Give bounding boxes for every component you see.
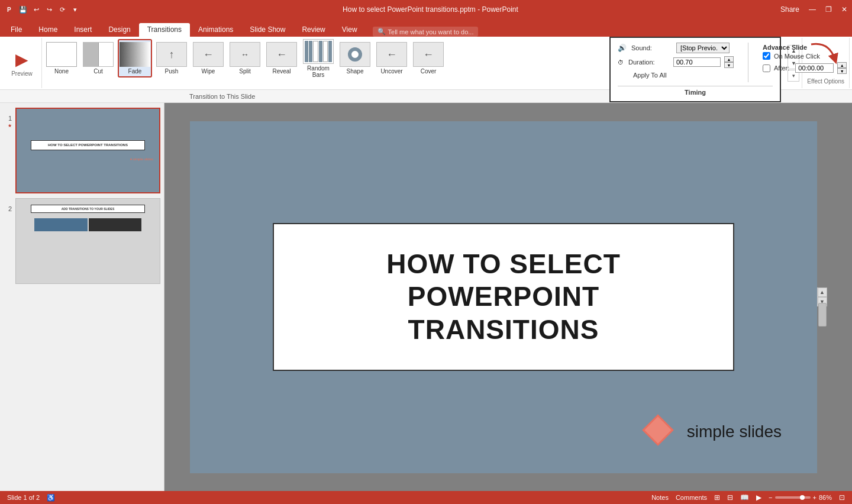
- split-icon: ↔: [230, 42, 260, 67]
- slide2-content: ADD TRANSITIONS TO YOUR SLIDES: [16, 199, 160, 283]
- preview-button[interactable]: ▶ Preview: [7, 43, 37, 84]
- zoom-out-button[interactable]: −: [769, 494, 772, 501]
- slide-thumb-2: 2 ADD TRANSITIONS TO YOUR SLIDES: [4, 198, 160, 284]
- main-layout: 1 ★ HOW TO SELECT POWERPOINT TRANSITIONS…: [0, 103, 852, 491]
- timing-divider: [748, 43, 748, 82]
- preview-label: Preview: [11, 70, 33, 77]
- status-left: Slide 1 of 2 ♿: [7, 494, 55, 502]
- transition-uncover[interactable]: ← Uncover: [375, 40, 409, 76]
- slideshow-icon[interactable]: ▶: [756, 493, 761, 502]
- slide2-title-text: ADD TRANSITIONS TO YOUR SLIDES: [62, 207, 115, 211]
- zoom-in-button[interactable]: +: [813, 494, 816, 501]
- reveal-label: Reveal: [272, 68, 291, 75]
- after-up-button[interactable]: ▲: [837, 62, 847, 68]
- title-bar: P 💾 ↩ ↪ ⟳ ▾ How to select PowerPoint tra…: [0, 0, 852, 19]
- undo-icon[interactable]: ↩: [31, 4, 41, 15]
- sound-select[interactable]: [Stop Previo...: [676, 43, 730, 53]
- ribbon-group-preview: ▶ Preview: [2, 38, 42, 88]
- wipe-icon: ←: [193, 42, 224, 67]
- transition-split[interactable]: ↔ Split: [228, 40, 262, 76]
- title-bar-left: P 💾 ↩ ↪ ⟳ ▾: [5, 4, 80, 15]
- transition-random-bars[interactable]: Random Bars: [301, 38, 335, 80]
- slide2-number: 2: [4, 202, 12, 212]
- slide-canvas: HOW TO SELECT POWERPOINTTRANSITIONS simp…: [190, 121, 817, 473]
- transition-none[interactable]: None: [44, 40, 79, 76]
- tab-insert[interactable]: Insert: [66, 23, 100, 37]
- slide-info-text: Slide 1 of 2: [7, 494, 40, 502]
- tab-file[interactable]: File: [2, 23, 30, 37]
- quick-access-toolbar: P 💾 ↩ ↪ ⟳ ▾: [5, 4, 80, 15]
- duration-row: ⏱ Duration: ▲ ▼: [618, 56, 734, 68]
- scrollbar-up-button[interactable]: ▲: [818, 287, 827, 297]
- window-controls: Share — ❐ ✕: [780, 5, 847, 14]
- push-icon: ↑: [156, 42, 187, 67]
- transition-shape[interactable]: Shape: [338, 40, 372, 76]
- normal-view-icon[interactable]: ⊞: [714, 493, 720, 502]
- notes-button[interactable]: Notes: [651, 494, 669, 501]
- tab-home[interactable]: Home: [30, 23, 66, 37]
- cover-icon: ←: [413, 42, 444, 67]
- minimize-button[interactable]: —: [809, 5, 816, 14]
- after-label: After:: [774, 64, 789, 72]
- after-checkbox[interactable]: [763, 64, 770, 72]
- shape-icon: [340, 42, 370, 67]
- zoom-thumb: [800, 495, 805, 500]
- slide2-img1: [34, 218, 88, 231]
- cut-icon: [83, 42, 114, 67]
- slide2-title-box: ADD TRANSITIONS TO YOUR SLIDES: [31, 205, 145, 213]
- auto-save-icon[interactable]: ⟳: [57, 4, 67, 15]
- apply-all-row: Apply To All: [618, 71, 734, 79]
- transition-wipe[interactable]: ← Wipe: [191, 40, 225, 76]
- transition-reveal[interactable]: ← Reveal: [264, 40, 299, 76]
- tab-animations[interactable]: Animations: [190, 23, 241, 37]
- search-icon: 🔍: [377, 28, 386, 35]
- more-qat-icon[interactable]: ▾: [70, 4, 80, 15]
- after-input[interactable]: [795, 63, 834, 73]
- share-button[interactable]: Share: [780, 5, 799, 14]
- tab-slideshow[interactable]: Slide Show: [241, 23, 293, 37]
- save-icon[interactable]: 💾: [18, 4, 28, 15]
- timing-right: Advance Slide On Mouse Click After: ▲ ▼: [763, 43, 847, 82]
- transition-cut[interactable]: Cut: [81, 40, 115, 76]
- scrollbar-thumb[interactable]: [818, 303, 827, 327]
- transition-push[interactable]: ↑ Push: [154, 40, 189, 76]
- slide-title-text: HOW TO SELECT POWERPOINTTRANSITIONS: [292, 248, 715, 346]
- slide1-thumbnail[interactable]: HOW TO SELECT POWERPOINT TRANSITIONS ♦ s…: [15, 108, 160, 193]
- tab-transitions[interactable]: Transitions: [139, 23, 190, 37]
- reading-view-icon[interactable]: 📖: [740, 493, 749, 502]
- tab-review[interactable]: Review: [293, 23, 333, 37]
- wipe-label: Wipe: [202, 68, 215, 75]
- redo-icon[interactable]: ↪: [44, 4, 54, 15]
- duration-up-button[interactable]: ▲: [724, 56, 734, 62]
- transition-fade[interactable]: Fade: [118, 39, 152, 77]
- powerpoint-logo-icon: P: [5, 4, 15, 15]
- on-mouse-click-checkbox[interactable]: [763, 52, 770, 60]
- slide-thumb-1: 1 ★ HOW TO SELECT POWERPOINT TRANSITIONS…: [4, 108, 160, 193]
- apply-all-button[interactable]: Apply To All: [633, 71, 667, 79]
- comments-button[interactable]: Comments: [676, 494, 707, 501]
- fit-slide-button[interactable]: ⊡: [839, 493, 845, 502]
- tab-design[interactable]: Design: [100, 23, 138, 37]
- after-spinner: ▲ ▼: [837, 62, 847, 74]
- after-down-button[interactable]: ▼: [837, 68, 847, 74]
- duration-input[interactable]: [673, 57, 721, 67]
- slide2-thumbnail[interactable]: ADD TRANSITIONS TO YOUR SLIDES: [15, 198, 160, 284]
- slide-title-box[interactable]: HOW TO SELECT POWERPOINTTRANSITIONS: [273, 223, 734, 371]
- duration-spinner: ▲ ▼: [724, 56, 734, 68]
- close-button[interactable]: ✕: [841, 5, 847, 14]
- tab-view[interactable]: View: [334, 23, 366, 37]
- search-label[interactable]: Tell me what you want to do...: [388, 28, 474, 35]
- none-label: None: [54, 68, 69, 75]
- slide1-title-text: HOW TO SELECT POWERPOINT TRANSITIONS: [36, 143, 140, 148]
- slide1-meta: 1 ★: [4, 108, 12, 128]
- logo-diamond-container: [644, 414, 680, 450]
- zoom-control: − + 86%: [769, 494, 832, 501]
- zoom-slider[interactable]: [775, 496, 811, 499]
- slide-sorter-icon[interactable]: ⊟: [727, 493, 733, 502]
- restore-button[interactable]: ❐: [825, 5, 832, 14]
- duration-down-button[interactable]: ▼: [724, 62, 734, 68]
- push-label: Push: [165, 68, 179, 75]
- shape-label: Shape: [347, 68, 364, 75]
- split-label: Split: [239, 68, 250, 75]
- transition-cover[interactable]: ← Cover: [411, 40, 446, 76]
